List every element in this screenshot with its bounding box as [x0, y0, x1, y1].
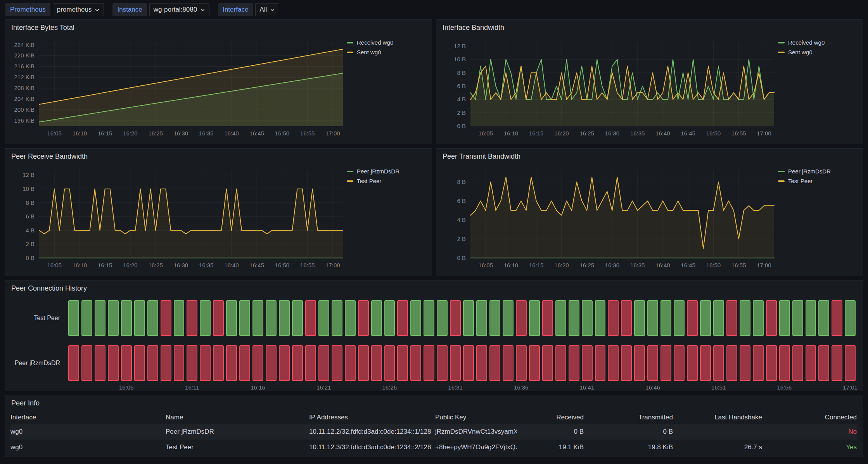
- status-bar-down[interactable]: [397, 300, 408, 336]
- status-bar-up[interactable]: [371, 300, 382, 336]
- status-bar-down[interactable]: [542, 300, 553, 336]
- status-bar-down[interactable]: [766, 300, 777, 336]
- status-bar-down[interactable]: [700, 345, 711, 381]
- status-bar-down[interactable]: [424, 345, 434, 381]
- status-bar-up[interactable]: [345, 300, 356, 336]
- status-bar-up[interactable]: [266, 300, 277, 336]
- timeseries-interface-bytes-total[interactable]: 224 KiB220 KiB216 KiB212 KiB208 KiB204 K…: [7, 36, 347, 140]
- column-header[interactable]: Transmitted: [584, 414, 674, 421]
- status-bar-down[interactable]: [529, 345, 540, 381]
- status-bar-down[interactable]: [187, 300, 197, 336]
- status-bar-down[interactable]: [726, 300, 737, 336]
- panel-title-interface-bandwidth[interactable]: Interface Bandwidth: [436, 20, 863, 35]
- status-bar-down[interactable]: [266, 345, 277, 381]
- legend-item[interactable]: Sent wg0: [347, 49, 426, 55]
- variable-dropdown-interface[interactable]: All: [255, 3, 279, 16]
- status-bar-down[interactable]: [832, 300, 842, 336]
- status-bar-down[interactable]: [647, 345, 658, 381]
- legend-item[interactable]: Peer jRzmDsDR: [347, 168, 426, 175]
- status-bar-up[interactable]: [134, 300, 145, 336]
- status-bar-down[interactable]: [766, 345, 777, 381]
- variable-label-instance[interactable]: Instance: [112, 3, 147, 16]
- status-bar-down[interactable]: [81, 345, 92, 381]
- status-bar-down[interactable]: [542, 345, 553, 381]
- legend-item[interactable]: Test Peer: [347, 178, 426, 184]
- column-header[interactable]: Connected: [763, 414, 858, 421]
- variable-dropdown-instance[interactable]: wg-portal:8080: [149, 3, 209, 16]
- status-bar-down[interactable]: [753, 345, 764, 381]
- status-bar-down[interactable]: [595, 345, 606, 381]
- status-bar-down[interactable]: [450, 300, 461, 336]
- status-bar-down[interactable]: [397, 345, 408, 381]
- status-bar-down[interactable]: [68, 345, 79, 381]
- status-bar-down[interactable]: [161, 300, 171, 336]
- status-bar-down[interactable]: [726, 345, 737, 381]
- status-bar-up[interactable]: [674, 300, 685, 336]
- status-bar-up[interactable]: [463, 300, 474, 336]
- status-bar-down[interactable]: [713, 345, 724, 381]
- status-bar-down[interactable]: [503, 345, 514, 381]
- status-bar-down[interactable]: [358, 345, 369, 381]
- status-bar-up[interactable]: [239, 300, 250, 336]
- status-bar-down[interactable]: [134, 345, 145, 381]
- status-bar-up[interactable]: [318, 300, 329, 336]
- status-bar-down[interactable]: [371, 345, 382, 381]
- status-bar-up[interactable]: [595, 300, 606, 336]
- status-bar-down[interactable]: [410, 345, 421, 381]
- status-bar-up[interactable]: [503, 300, 514, 336]
- status-bar-down[interactable]: [740, 345, 750, 381]
- status-bar-down[interactable]: [384, 345, 395, 381]
- status-bar-up[interactable]: [226, 300, 237, 336]
- status-bar-down[interactable]: [779, 345, 790, 381]
- panel-title-peer-info[interactable]: Peer Info: [5, 395, 863, 411]
- status-bar-down[interactable]: [345, 345, 356, 381]
- status-bar-down[interactable]: [687, 345, 698, 381]
- status-bar-up[interactable]: [95, 300, 105, 336]
- status-bar-up[interactable]: [424, 300, 434, 336]
- legend-item[interactable]: Test Peer: [778, 178, 858, 184]
- panel-title-peer-transmit-bandwidth[interactable]: Peer Transmit Bandwidth: [436, 149, 863, 164]
- timeseries-interface-bandwidth[interactable]: 12 B10 B8 B6 B4 B2 B0 B16:0516:1016:1516…: [438, 36, 778, 140]
- status-bar-up[interactable]: [279, 300, 290, 336]
- status-bar-up[interactable]: [81, 300, 92, 336]
- status-bar-down[interactable]: [332, 345, 342, 381]
- status-bar-up[interactable]: [634, 300, 645, 336]
- status-bar-up[interactable]: [740, 300, 750, 336]
- timeseries-peer-receive-bandwidth[interactable]: 12 B10 B8 B6 B4 B2 B0 B16:0516:1016:1516…: [7, 165, 347, 272]
- status-history[interactable]: Test PeerPeer jRzmDsDR16:0616:1116:1616:…: [5, 296, 863, 393]
- status-bar-down[interactable]: [292, 345, 303, 381]
- status-bar-down[interactable]: [569, 345, 579, 381]
- status-bar-down[interactable]: [318, 345, 329, 381]
- status-bar-down[interactable]: [279, 345, 290, 381]
- column-header[interactable]: Name: [166, 414, 309, 421]
- status-bar-down[interactable]: [516, 345, 527, 381]
- status-bar-up[interactable]: [476, 300, 487, 336]
- status-bar-down[interactable]: [516, 300, 527, 336]
- status-bar-down[interactable]: [239, 345, 250, 381]
- column-header[interactable]: Public Key: [435, 414, 517, 421]
- status-bar-up[interactable]: [332, 300, 342, 336]
- panel-title-interface-bytes-total[interactable]: Interface Bytes Total: [5, 20, 432, 35]
- status-bar-down[interactable]: [806, 345, 816, 381]
- status-bar-down[interactable]: [621, 300, 632, 336]
- status-bar-up[interactable]: [582, 300, 593, 336]
- status-bar-down[interactable]: [450, 345, 461, 381]
- status-bar-up[interactable]: [292, 300, 303, 336]
- status-bar-down[interactable]: [634, 345, 645, 381]
- status-bar-down[interactable]: [213, 345, 224, 381]
- status-bar-up[interactable]: [200, 300, 211, 336]
- column-header[interactable]: Received: [517, 414, 584, 421]
- status-bar-down[interactable]: [555, 345, 566, 381]
- status-bar-up[interactable]: [806, 300, 816, 336]
- status-bar-up[interactable]: [108, 300, 119, 336]
- status-bar-up[interactable]: [845, 300, 856, 336]
- variable-dropdown-prometheus[interactable]: prometheus: [53, 3, 104, 16]
- status-bar-down[interactable]: [252, 345, 263, 381]
- status-bar-up[interactable]: [252, 300, 263, 336]
- status-bar-down[interactable]: [174, 345, 185, 381]
- legend-item[interactable]: Peer jRzmDsDR: [778, 168, 858, 175]
- peer-info-table[interactable]: InterfaceNameIP AddressesPublic KeyRecei…: [5, 411, 863, 457]
- status-bar-down[interactable]: [108, 345, 119, 381]
- status-bar-up[interactable]: [121, 300, 132, 336]
- status-bar-down[interactable]: [147, 345, 158, 381]
